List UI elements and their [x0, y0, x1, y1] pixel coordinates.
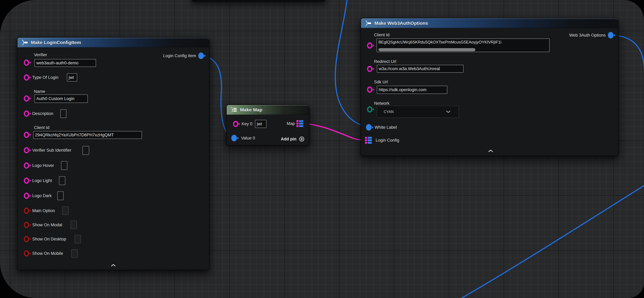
map-pin-key-cell [365, 137, 367, 139]
pin-body [198, 52, 204, 59]
pin-body [24, 250, 29, 256]
pin-description[interactable] [24, 110, 29, 117]
wire-offscreen-diagonal[interactable] [461, 185, 644, 298]
pin-sdk-url[interactable] [367, 86, 372, 93]
pin-type-of-login[interactable] [24, 74, 29, 80]
map-pin-value-cell [368, 137, 372, 139]
pin-label-show-on-desktop: Show On Desktop [32, 237, 66, 242]
field-client-id[interactable]: 294QRkchfq2YaXUbPri7D6PH7xzHgQMT [33, 131, 142, 139]
pin-network[interactable] [367, 106, 372, 112]
map-pin-key-cell [296, 123, 298, 124]
node-header[interactable]: Make Map [226, 105, 309, 115]
pin-map[interactable] [296, 120, 303, 127]
field-verifier-sub-identifier[interactable] [82, 146, 89, 155]
checkbox-main-option[interactable] [62, 206, 68, 215]
pin-arrow [30, 252, 31, 255]
pin-body [231, 135, 237, 141]
node-header[interactable]: Make LoginConfigItem [18, 38, 209, 48]
pin-arrow [373, 88, 374, 91]
pin-client-id[interactable] [24, 132, 29, 138]
pin-body [24, 132, 29, 138]
pin-label-verifier-sub-identifier: Verifier Sub Identifier [32, 148, 72, 153]
pin-label-client-id: Client Id [374, 32, 390, 38]
pin-arrow [373, 108, 374, 111]
pin-show-on-mobile[interactable] [24, 250, 29, 256]
pin-body [233, 121, 238, 127]
wire-map-to-loginconfig[interactable] [304, 124, 368, 140]
pin-redirect-url[interactable] [367, 66, 372, 72]
pin-label-login-config-item: Login Config Item [163, 54, 196, 58]
map-pin-key-cell [296, 120, 298, 122]
pin-arrow [30, 180, 31, 182]
pin-login-config-item[interactable] [198, 52, 204, 59]
checkbox-show-on-desktop[interactable] [75, 235, 81, 243]
pin-label-logo-hover: Logo Hover [32, 163, 54, 168]
field-logo-dark[interactable] [57, 192, 64, 200]
field-key-0[interactable]: jwt [255, 120, 266, 128]
pin-label-description: Description [32, 111, 53, 116]
pin-verifier[interactable] [24, 60, 29, 66]
make-struct-icon [22, 40, 29, 46]
pin-verifier-sub-identifier[interactable] [24, 147, 29, 153]
node-title: Make LoginConfigItem [31, 40, 81, 45]
pin-body [24, 96, 29, 102]
checkbox-show-on-mobile[interactable] [72, 249, 78, 258]
pin-body [367, 86, 372, 93]
checkbox-show-on-modal[interactable] [70, 221, 77, 229]
graph-canvas[interactable]: Make LoginConfigItemVerifierweb3auth-aut… [0, 0, 644, 298]
dropdown-network[interactable]: CYAN [377, 106, 459, 118]
pin-body [366, 124, 372, 130]
pin-logo-hover[interactable] [24, 162, 29, 169]
pin-key-0[interactable] [233, 121, 238, 127]
field-logo-hover[interactable] [61, 161, 67, 170]
pin-label-login-config: Login Config [376, 138, 399, 143]
pin-client-id[interactable] [367, 42, 372, 49]
pin-label-network: Network [374, 101, 390, 106]
pin-logo-dark[interactable] [24, 193, 29, 199]
map-pin-value-cell [368, 142, 372, 144]
pin-label-verifier: Verifier [34, 52, 47, 57]
node-make-loginconfigitem[interactable]: Make LoginConfigItemVerifierweb3auth-aut… [17, 38, 209, 270]
pin-logo-light[interactable] [24, 178, 29, 184]
make-map-icon [231, 107, 238, 113]
field-description[interactable] [60, 110, 66, 118]
pin-label-sdk-url: Sdk Url [374, 80, 388, 84]
collapse-button[interactable] [488, 150, 493, 153]
field-type-of-login[interactable]: jwt [67, 74, 77, 82]
pin-web-3auth-options[interactable] [608, 32, 614, 38]
pin-label-key-0: Key 0 [242, 122, 252, 126]
make-struct-icon [365, 20, 372, 26]
field-redirect-url[interactable]: w3a://com.w3a.Web3AuthUnreal [377, 65, 464, 73]
node-header[interactable]: Make Web3AuthOptions [361, 18, 618, 28]
pin-white-label[interactable] [366, 124, 372, 130]
pin-login-config[interactable] [365, 137, 372, 144]
pin-label-value-0: Value 0 [241, 136, 255, 140]
pin-arrow [30, 224, 31, 226]
field-logo-light[interactable] [59, 176, 65, 185]
pin-arrow [30, 164, 31, 167]
field-name[interactable]: Auth0 Custom Login [34, 94, 88, 103]
pin-name[interactable] [24, 96, 29, 102]
pin-label-web-3auth-options: Web 3Auth Options [569, 33, 606, 38]
field-client-id[interactable]: BEglQSgt4cUWcj6SKRdu5QkOXTsePmMcusG5EAoy… [376, 38, 550, 52]
field-verifier[interactable]: web3auth-auth0-demo [34, 59, 96, 67]
pin-show-on-modal[interactable] [24, 222, 29, 228]
horizontal-scrollbar[interactable] [378, 48, 475, 51]
pin-value-0[interactable] [231, 135, 237, 141]
pin-arrow [30, 238, 31, 240]
pin-arrow [238, 123, 240, 125]
map-pin-icon [365, 137, 372, 144]
node-make-web3authoptions[interactable]: Make Web3AuthOptionsClient IdBEglQSgt4cU… [361, 18, 618, 156]
node-make-map[interactable]: Make MapKey 0jwtValue 0MapAdd pin [226, 105, 309, 145]
node-title: Make Map [240, 107, 262, 112]
pin-arrow [204, 54, 206, 57]
field-sdk-url[interactable]: https://sdk.openlogin.com [377, 86, 447, 94]
pin-show-on-desktop[interactable] [24, 236, 29, 242]
add-pin-button[interactable]: Add pin [281, 136, 304, 142]
pin-body [24, 193, 29, 199]
blueprint-editor: Make LoginConfigItemVerifierweb3auth-aut… [0, 0, 644, 298]
pin-main-option[interactable] [24, 208, 29, 214]
collapse-button[interactable] [111, 264, 116, 267]
pin-body [24, 236, 29, 242]
pin-body [367, 106, 372, 112]
